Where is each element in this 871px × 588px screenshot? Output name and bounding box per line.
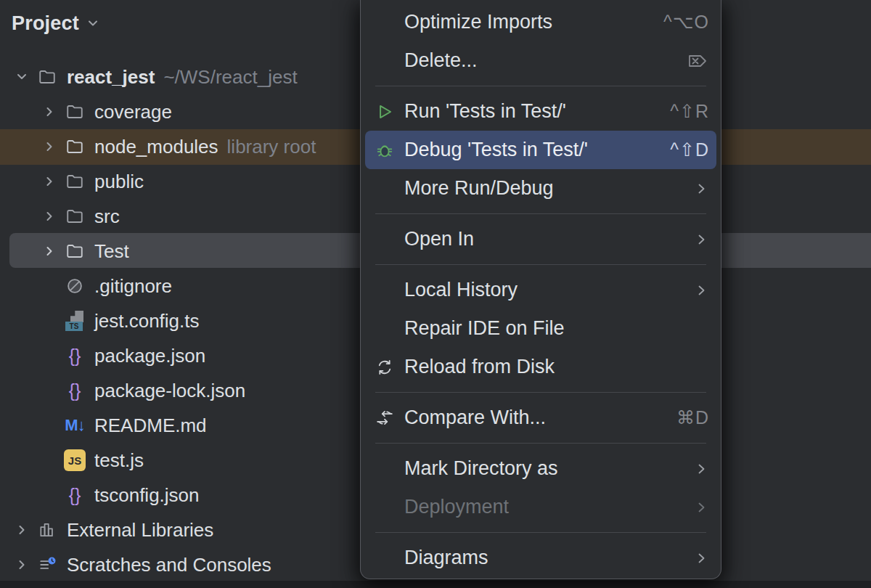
json-braces-icon: {} <box>64 380 86 401</box>
chevron-down-icon[interactable] <box>12 69 32 85</box>
menu-item-deployment: Deployment <box>365 488 716 526</box>
folder-icon <box>64 137 86 156</box>
delete-forward-icon <box>686 52 709 70</box>
menu-separator <box>375 443 706 444</box>
shortcut-label: ⌘D <box>676 407 709 428</box>
submenu-arrow-icon <box>693 181 709 197</box>
tree-item-label: Scratches and Consoles <box>67 554 271 576</box>
tree-item-label: test.js <box>94 449 144 472</box>
submenu-arrow-icon <box>693 550 709 566</box>
menu-item-delete[interactable]: Delete... <box>365 41 716 80</box>
library-root-badge: library root <box>227 136 316 158</box>
panel-bottom-edge <box>0 581 871 588</box>
markdown-icon: M↓ <box>64 416 86 435</box>
menu-separator <box>375 532 706 533</box>
json-braces-icon: {} <box>64 485 86 506</box>
menu-item-reload-from-disk[interactable]: Reload from Disk <box>365 348 716 386</box>
tree-item-label: coverage <box>94 101 172 123</box>
chevron-right-icon[interactable] <box>39 208 60 224</box>
menu-item-repair-ide[interactable]: Repair IDE on File <box>365 309 716 348</box>
tree-item-label: react_jest <box>67 66 155 89</box>
submenu-arrow-icon <box>693 461 709 477</box>
shortcut-label: ^⇧D <box>670 139 709 160</box>
menu-item-compare-with[interactable]: Compare With... ⌘D <box>365 399 716 437</box>
menu-separator <box>375 264 706 265</box>
ignored-file-icon <box>64 277 86 295</box>
context-menu: Optimize Imports ^⌥O Delete... Run 'Test… <box>360 0 721 579</box>
panel-title: Project <box>12 12 79 35</box>
tree-item-label: tsconfig.json <box>94 484 200 507</box>
reload-icon <box>372 357 397 377</box>
menu-separator <box>375 392 706 393</box>
chevron-right-icon[interactable] <box>39 139 60 155</box>
tree-item-label: node_modules <box>94 136 218 158</box>
shortcut-label: ^⌥O <box>663 12 709 33</box>
tree-item-label: Test <box>94 240 129 263</box>
javascript-file-icon: JS <box>64 449 86 471</box>
menu-item-local-history[interactable]: Local History <box>365 271 716 309</box>
folder-icon <box>64 242 86 261</box>
tree-item-label: package.json <box>94 345 205 367</box>
project-tool-window: Project react_jest ~/WS/react_jest cove <box>0 0 871 588</box>
menu-item-diagrams[interactable]: Diagrams <box>365 539 716 577</box>
project-path: ~/WS/react_jest <box>163 66 297 89</box>
json-braces-icon: {} <box>64 346 86 367</box>
tree-item-label: .gitignore <box>94 275 172 298</box>
run-icon <box>372 102 397 122</box>
tree-item-label: External Libraries <box>67 519 213 542</box>
submenu-arrow-icon <box>693 232 709 248</box>
compare-diff-icon <box>372 407 397 429</box>
menu-item-open-in[interactable]: Open In <box>365 220 716 258</box>
folder-icon <box>64 102 86 121</box>
tree-item-label: package-lock.json <box>94 380 245 402</box>
shortcut-label: ^⇧R <box>670 101 709 122</box>
folder-icon <box>64 172 86 191</box>
chevron-right-icon[interactable] <box>39 173 60 189</box>
chevron-right-icon[interactable] <box>39 243 60 259</box>
tree-item-label: public <box>94 171 144 193</box>
menu-item-debug-tests[interactable]: Debug 'Tests in Test/' ^⇧D <box>365 131 716 169</box>
chevron-right-icon[interactable] <box>39 104 60 120</box>
jest-typescript-config-icon: TS <box>64 311 86 331</box>
folder-icon <box>64 207 86 226</box>
external-libraries-icon <box>36 520 58 539</box>
menu-item-run-tests[interactable]: Run 'Tests in Test/' ^⇧R <box>365 92 716 131</box>
menu-item-more-run-debug[interactable]: More Run/Debug <box>365 169 716 208</box>
project-panel-header[interactable]: Project <box>12 9 101 38</box>
submenu-arrow-icon <box>693 282 709 298</box>
folder-icon <box>36 68 58 86</box>
tree-item-label: README.md <box>94 415 207 437</box>
chevron-down-icon[interactable] <box>85 15 101 31</box>
menu-item-optimize-imports[interactable]: Optimize Imports ^⌥O <box>365 3 716 41</box>
menu-separator <box>375 213 706 214</box>
tree-item-label: jest.config.ts <box>94 310 200 332</box>
tree-item-label: src <box>94 205 120 228</box>
menu-item-mark-directory-as[interactable]: Mark Directory as <box>365 449 716 488</box>
chevron-right-icon[interactable] <box>12 557 32 573</box>
debug-bug-icon <box>372 140 397 160</box>
scratches-icon <box>36 555 58 574</box>
chevron-right-icon[interactable] <box>12 522 32 538</box>
menu-separator <box>375 86 706 86</box>
submenu-arrow-icon <box>693 499 709 515</box>
